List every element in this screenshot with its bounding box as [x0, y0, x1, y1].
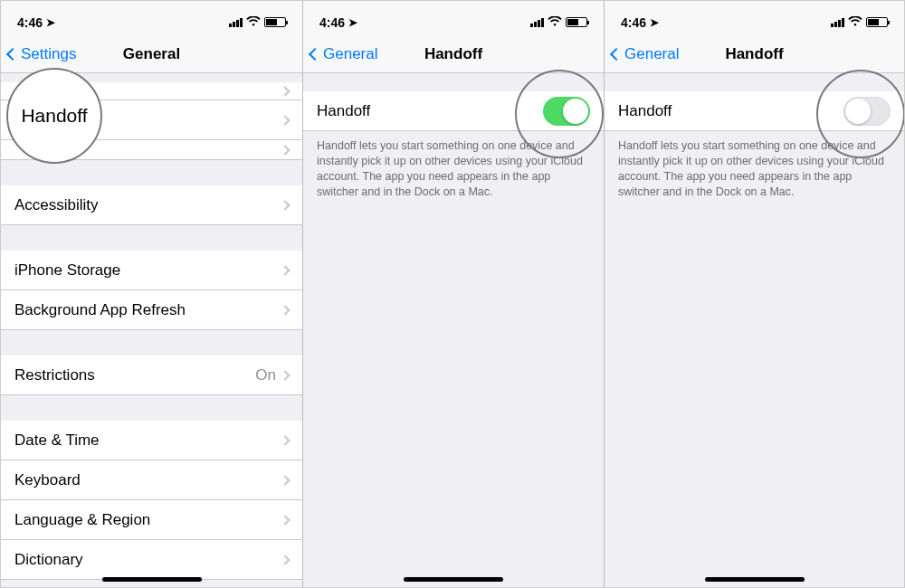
iphone-storage-row[interactable]: iPhone Storage — [1, 251, 302, 290]
status-bar: 4:46 ➤ — [1, 1, 302, 35]
battery-icon — [264, 17, 286, 27]
section-footer: Handoff lets you start something on one … — [303, 131, 604, 200]
handoff-toggle-row: Handoff — [303, 91, 604, 131]
background-refresh-row[interactable]: Background App Refresh — [1, 290, 302, 330]
home-indicator[interactable] — [404, 577, 503, 582]
handoff-toggle[interactable] — [843, 97, 891, 126]
chevron-right-icon — [280, 555, 290, 564]
status-time: 4:46 — [621, 15, 646, 30]
nav-bar: General Handoff — [303, 35, 604, 73]
row-label: Handoff — [317, 102, 543, 120]
chevron-right-icon — [280, 475, 290, 485]
restrictions-row[interactable]: Restrictions On — [1, 356, 302, 395]
home-indicator[interactable] — [102, 577, 202, 582]
home-indicator[interactable] — [705, 577, 805, 582]
row-label: Date & Time — [14, 432, 281, 450]
handoff-toggle[interactable] — [543, 97, 590, 126]
row-label: Keyboard — [14, 471, 281, 489]
status-time: 4:46 — [17, 15, 43, 30]
back-button[interactable]: General — [605, 45, 679, 63]
phone-general-settings: 4:46 ➤ Settings General Handoff Accessib… — [1, 1, 302, 587]
row-label: Background App Refresh — [14, 301, 281, 319]
back-label: Settings — [21, 45, 76, 63]
chevron-right-icon — [280, 435, 290, 445]
back-label: General — [624, 45, 679, 63]
phone-handoff-off: 4:46 ➤ General Handoff Handoff Handoff l… — [604, 1, 904, 587]
back-button[interactable]: Settings — [1, 45, 76, 63]
row-label: Handoff — [618, 102, 843, 120]
signal-icon — [530, 18, 544, 27]
status-time: 4:46 — [319, 15, 345, 30]
chevron-right-icon — [280, 115, 290, 125]
annotation-zoom: Handoff — [8, 70, 100, 162]
chevron-right-icon — [280, 370, 290, 380]
dictionary-row[interactable]: Dictionary — [1, 540, 302, 580]
phone-handoff-on: 4:46 ➤ General Handoff Handoff Handoff l… — [302, 1, 604, 587]
chevron-right-icon — [280, 86, 290, 96]
battery-icon — [866, 17, 888, 27]
chevron-right-icon — [280, 200, 290, 210]
chevron-left-icon — [610, 47, 623, 60]
keyboard-row[interactable]: Keyboard — [1, 460, 302, 500]
row-value: On — [255, 366, 276, 384]
wifi-icon — [848, 15, 862, 30]
chevron-left-icon — [309, 47, 321, 60]
wifi-icon — [246, 15, 261, 30]
chevron-right-icon — [280, 265, 290, 275]
chevron-left-icon — [6, 47, 19, 60]
signal-icon — [229, 18, 243, 27]
location-icon: ➤ — [650, 16, 659, 29]
wifi-icon — [548, 15, 562, 30]
row-label: Accessibility — [14, 196, 281, 214]
nav-bar: Settings General — [1, 35, 302, 73]
status-bar: 4:46 ➤ — [303, 1, 604, 35]
back-label: General — [323, 45, 377, 63]
row-label: Dictionary — [14, 551, 281, 569]
language-region-row[interactable]: Language & Region — [1, 500, 302, 540]
handoff-toggle-row: Handoff — [605, 91, 904, 131]
row-label: Language & Region — [14, 511, 281, 529]
section-footer: Handoff lets you start something on one … — [605, 131, 904, 200]
accessibility-row[interactable]: Accessibility — [1, 185, 302, 225]
chevron-right-icon — [280, 305, 290, 315]
signal-icon — [831, 18, 844, 27]
row-label: Restrictions — [14, 366, 255, 384]
battery-icon — [566, 17, 587, 27]
location-icon: ➤ — [46, 16, 55, 29]
date-time-row[interactable]: Date & Time — [1, 421, 302, 460]
row-label: iPhone Storage — [14, 261, 281, 280]
chevron-right-icon — [280, 145, 290, 155]
chevron-right-icon — [280, 515, 290, 525]
back-button[interactable]: General — [303, 45, 377, 63]
location-icon: ➤ — [348, 16, 357, 29]
status-bar: 4:46 ➤ — [605, 1, 904, 35]
nav-bar: General Handoff — [605, 35, 904, 73]
